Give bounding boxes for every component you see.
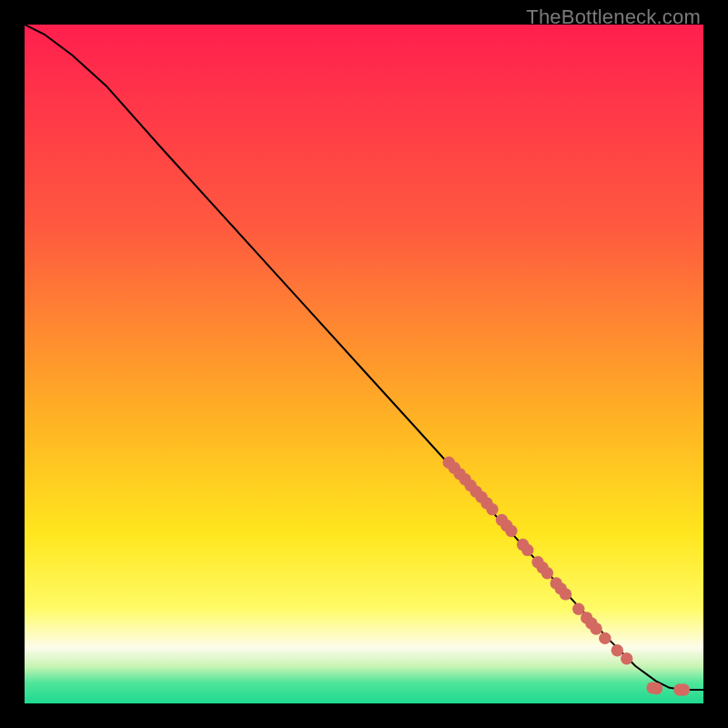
watermark-text: TheBottleneck.com [526,5,701,29]
device-point [505,525,517,537]
device-point [590,622,602,634]
device-point [612,644,623,656]
gradient-background [25,25,703,703]
device-point [651,682,662,694]
device-point [560,588,571,600]
device-point [541,567,553,579]
device-point [599,632,611,644]
device-point [486,503,498,515]
device-point [678,683,690,695]
chart-plot-area [25,25,703,703]
chart-svg [25,25,703,703]
chart-frame: TheBottleneck.com [0,0,728,728]
device-point [621,652,632,664]
device-point [521,544,533,556]
